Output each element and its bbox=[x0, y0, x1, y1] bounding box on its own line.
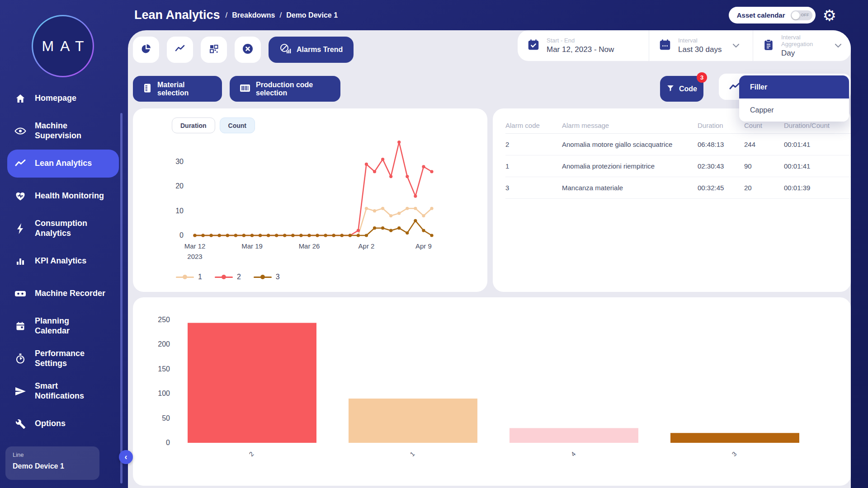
production-code-selection-label: Production code selection bbox=[256, 81, 330, 97]
sidebar-item-label: Smart Notifications bbox=[35, 381, 106, 401]
svg-text:200: 200 bbox=[158, 340, 170, 348]
sidebar: MAT Homepage Machine Supervision Lean An… bbox=[0, 0, 128, 488]
cassette-icon bbox=[14, 288, 27, 299]
alarms-trend-line-chart: 0102030Mar 122023Mar 19Mar 26Apr 2Apr 9 bbox=[138, 135, 486, 268]
alarms-trend-button[interactable]: Alarms Trend bbox=[269, 37, 354, 63]
chevron-left-icon: ‹ bbox=[125, 452, 127, 462]
cell-alarm-code: 3 bbox=[505, 184, 562, 192]
sidebar-item-health-monitoring[interactable]: Health Monitoring bbox=[0, 180, 128, 212]
aggregation-value: Day bbox=[781, 49, 824, 58]
legend-item[interactable]: 3 bbox=[254, 273, 280, 281]
sidebar-item-consumption-analytics[interactable]: Consumption Analytics bbox=[0, 212, 128, 245]
sidebar-scrollbar[interactable] bbox=[120, 113, 123, 483]
sidebar-item-smart-notifications[interactable]: Smart Notifications bbox=[0, 375, 128, 408]
legend-swatch bbox=[176, 277, 194, 278]
svg-text:150: 150 bbox=[158, 365, 170, 373]
breadcrumb: / Breakdowns / Demo Device 1 bbox=[226, 11, 338, 20]
code-filter-button[interactable]: Code 3 bbox=[660, 76, 703, 102]
pie-chart-view-button[interactable] bbox=[133, 37, 159, 63]
main-panel: Alarms Trend Start - End Mar 12, 2023 - … bbox=[128, 30, 851, 488]
tab-duration[interactable]: Duration bbox=[172, 117, 215, 133]
svg-text:Mar 12: Mar 12 bbox=[184, 242, 206, 250]
chevron-down-icon bbox=[732, 42, 740, 50]
material-selection-button[interactable]: Material selection bbox=[133, 76, 222, 102]
sidebar-item-options[interactable]: Options bbox=[0, 408, 128, 440]
start-end-label: Start - End bbox=[547, 37, 614, 44]
line-chart-legend[interactable]: 123 bbox=[176, 273, 280, 281]
device-card[interactable]: Line Demo Device 1 bbox=[5, 446, 99, 480]
cell-count: 90 bbox=[744, 162, 784, 170]
top-bar: Lean Analytics / Breakdowns / Demo Devic… bbox=[128, 0, 868, 30]
sidebar-item-performance-settings[interactable]: Performance Settings bbox=[0, 343, 128, 375]
cell-duration-count: 00:01:41 bbox=[784, 141, 842, 148]
close-circle-icon bbox=[242, 43, 254, 56]
svg-text:4: 4 bbox=[570, 450, 577, 458]
close-view-button[interactable] bbox=[235, 37, 261, 63]
start-end-value: Mar 12, 2023 - Now bbox=[547, 45, 614, 54]
interval-aggregation-picker[interactable]: Interval Aggregation Day bbox=[753, 30, 851, 61]
barcode-icon bbox=[240, 84, 250, 94]
calendar-check-icon bbox=[527, 38, 540, 53]
chevron-down-icon bbox=[835, 42, 842, 50]
sidebar-collapse-button[interactable]: ‹ bbox=[119, 450, 133, 464]
toggle-state-label: OFF bbox=[801, 13, 809, 17]
material-icon bbox=[143, 83, 152, 95]
legend-item[interactable]: 2 bbox=[215, 273, 241, 281]
start-end-picker[interactable]: Start - End Mar 12, 2023 - Now bbox=[518, 30, 649, 61]
interval-value: Last 30 days bbox=[678, 45, 722, 54]
dropdown-option-capper[interactable]: Capper bbox=[739, 99, 849, 122]
trend-view-button[interactable] bbox=[167, 37, 193, 63]
production-code-selection-button[interactable]: Production code selection bbox=[230, 76, 340, 102]
sidebar-item-machine-recorder[interactable]: Machine Recorder bbox=[0, 277, 128, 310]
bar-chart-icon bbox=[14, 256, 27, 267]
alarm-count-bar-chart: 0501001502002502143 bbox=[137, 301, 846, 481]
legend-label: 3 bbox=[276, 273, 280, 281]
table-row[interactable]: 1 Anomalia protezioni riempitrice 02:30:… bbox=[505, 155, 851, 177]
sidebar-item-homepage[interactable]: Homepage bbox=[0, 82, 128, 115]
qr-grid-view-button[interactable] bbox=[201, 37, 227, 63]
cell-alarm-code: 1 bbox=[505, 162, 562, 170]
sidebar-item-planning-calendar[interactable]: Planning Calendar bbox=[0, 310, 128, 343]
alarms-table: Alarm code Alarm message Duration Count … bbox=[493, 108, 851, 199]
table-row[interactable]: 2 Anomalia motore giallo sciacquatrice 0… bbox=[505, 134, 851, 155]
logo-text: MAT bbox=[35, 38, 90, 55]
page-title: Lean Analytics bbox=[134, 8, 220, 22]
code-filter-count-badge: 3 bbox=[697, 72, 707, 83]
heart-pulse-icon bbox=[14, 191, 27, 202]
sidebar-item-kpi-analytics[interactable]: KPI Analytics bbox=[0, 245, 128, 277]
breadcrumb-breakdowns[interactable]: Breakdowns bbox=[232, 11, 275, 19]
legend-item[interactable]: 1 bbox=[176, 273, 202, 281]
col-duration: Duration bbox=[698, 122, 744, 129]
toggle-knob bbox=[792, 11, 800, 19]
sidebar-item-machine-supervision[interactable]: Machine Supervision bbox=[0, 115, 128, 147]
wrench-icon bbox=[14, 418, 27, 429]
interval-picker[interactable]: Interval Last 30 days bbox=[649, 30, 753, 61]
device-type-label: Line bbox=[13, 451, 92, 458]
breadcrumb-device[interactable]: Demo Device 1 bbox=[286, 11, 338, 19]
dropdown-option-filler[interactable]: Filler bbox=[739, 75, 849, 99]
svg-text:30: 30 bbox=[175, 158, 184, 165]
home-icon bbox=[14, 93, 27, 104]
col-alarm-code: Alarm code bbox=[505, 122, 562, 129]
cell-duration: 02:30:43 bbox=[698, 162, 744, 170]
calendar-icon bbox=[14, 321, 27, 332]
trend-line-icon bbox=[175, 43, 185, 56]
aggregation-label: Interval Aggregation bbox=[781, 34, 824, 47]
asset-calendar-switch[interactable]: OFF bbox=[791, 10, 812, 20]
cell-count: 244 bbox=[744, 141, 784, 148]
asset-calendar-toggle-pill[interactable]: Asset calendar OFF bbox=[729, 7, 816, 23]
filter-funnel-icon bbox=[666, 84, 675, 94]
sidebar-item-label: Performance Settings bbox=[35, 349, 106, 368]
date-filters-card: Start - End Mar 12, 2023 - Now Interval … bbox=[518, 30, 851, 61]
sidebar-item-label: Options bbox=[35, 419, 106, 429]
sidebar-item-label: Health Monitoring bbox=[35, 191, 106, 201]
tab-count[interactable]: Count bbox=[220, 117, 255, 133]
sidebar-item-lean-analytics[interactable]: Lean Analytics bbox=[0, 147, 128, 180]
sidebar-nav: Homepage Machine Supervision Lean Analyt… bbox=[0, 82, 128, 440]
cell-duration: 06:48:13 bbox=[698, 141, 744, 148]
settings-gear-icon[interactable]: ⚙ bbox=[823, 8, 836, 23]
table-row[interactable]: 3 Mancanza materiale 00:32:45 20 00:01:3… bbox=[505, 177, 851, 199]
code-button-label: Code bbox=[679, 85, 697, 93]
svg-text:1: 1 bbox=[409, 450, 416, 458]
cell-alarm-message: Anomalia motore giallo sciacquatrice bbox=[562, 141, 698, 148]
